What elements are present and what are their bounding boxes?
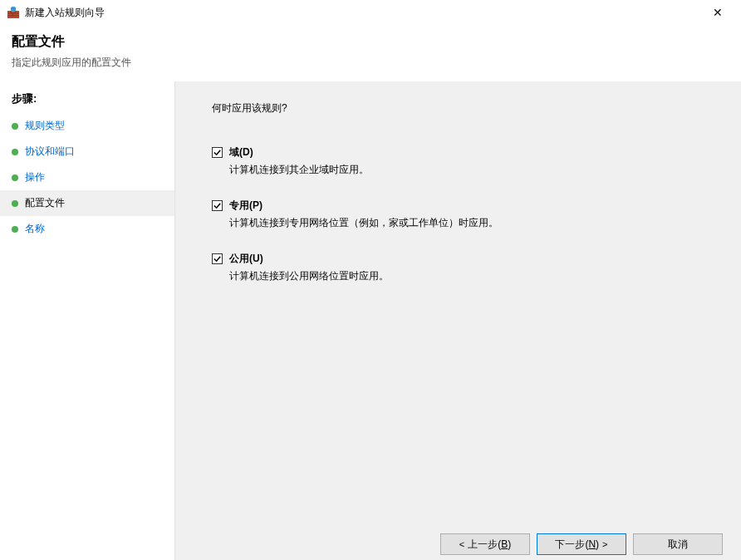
back-button-label: 上一步(B) (468, 538, 511, 552)
bullet-icon (12, 226, 18, 233)
step-label: 操作 (25, 170, 45, 184)
firewall-icon (7, 6, 20, 19)
profile-private-desc: 计算机连接到专用网络位置（例如，家或工作单位）时应用。 (229, 216, 718, 230)
profile-public-label: 公用(U) (229, 252, 263, 266)
profile-public-desc: 计算机连接到公用网络位置时应用。 (229, 269, 718, 283)
step-label: 规则类型 (25, 119, 65, 133)
profile-private: 专用(P) 计算机连接到专用网络位置（例如，家或工作单位）时应用。 (212, 199, 718, 230)
step-label: 名称 (25, 222, 45, 236)
chevron-right-icon: > (602, 539, 607, 549)
window-title: 新建入站规则向导 (25, 6, 701, 20)
bullet-icon (12, 200, 18, 207)
titlebar: 新建入站规则向导 ✕ (0, 0, 741, 25)
bullet-icon (12, 174, 18, 181)
profile-domain-label: 域(D) (229, 145, 253, 160)
wizard-footer: < 上一步(B) 下一步(N) > 取消 (440, 533, 723, 555)
svg-rect-0 (7, 11, 19, 18)
steps-heading: 步骤: (0, 88, 174, 113)
profile-private-label: 专用(P) (229, 199, 263, 213)
next-button[interactable]: 下一步(N) > (537, 533, 626, 555)
next-button-label: 下一步(N) (555, 538, 599, 552)
step-label: 配置文件 (25, 196, 65, 210)
page-subtitle: 指定此规则应用的配置文件 (12, 56, 729, 70)
wizard-header: 配置文件 指定此规则应用的配置文件 (0, 25, 741, 81)
step-action[interactable]: 操作 (0, 165, 174, 190)
back-button[interactable]: < 上一步(B) (440, 533, 530, 555)
step-label: 协议和端口 (25, 145, 75, 159)
bullet-icon (12, 123, 18, 130)
step-rule-type[interactable]: 规则类型 (0, 113, 174, 139)
profile-domain-desc: 计算机连接到其企业域时应用。 (229, 163, 718, 177)
bullet-icon (12, 149, 18, 155)
steps-list: 规则类型 协议和端口 操作 配置文件 名称 (0, 113, 174, 242)
profile-domain: 域(D) 计算机连接到其企业域时应用。 (212, 145, 718, 177)
page-title: 配置文件 (12, 33, 729, 51)
checkbox-private[interactable] (212, 200, 223, 211)
prompt-text: 何时应用该规则? (212, 101, 718, 115)
steps-sidebar: 步骤: 规则类型 协议和端口 操作 配置文件 名称 (0, 81, 174, 560)
profile-public: 公用(U) 计算机连接到公用网络位置时应用。 (212, 252, 718, 283)
step-name[interactable]: 名称 (0, 216, 174, 242)
step-protocol-ports[interactable]: 协议和端口 (0, 139, 174, 165)
step-profile[interactable]: 配置文件 (0, 190, 174, 216)
chevron-left-icon: < (459, 539, 464, 549)
checkbox-domain[interactable] (212, 147, 223, 158)
wizard-body: 步骤: 规则类型 协议和端口 操作 配置文件 名称 (0, 81, 741, 560)
checkbox-public[interactable] (212, 253, 223, 264)
close-button[interactable]: ✕ (701, 1, 734, 24)
cancel-button[interactable]: 取消 (633, 533, 723, 555)
main-panel: 何时应用该规则? 域(D) 计算机连接到其企业域时应用。 专用(P) 计算机连接… (174, 81, 741, 560)
